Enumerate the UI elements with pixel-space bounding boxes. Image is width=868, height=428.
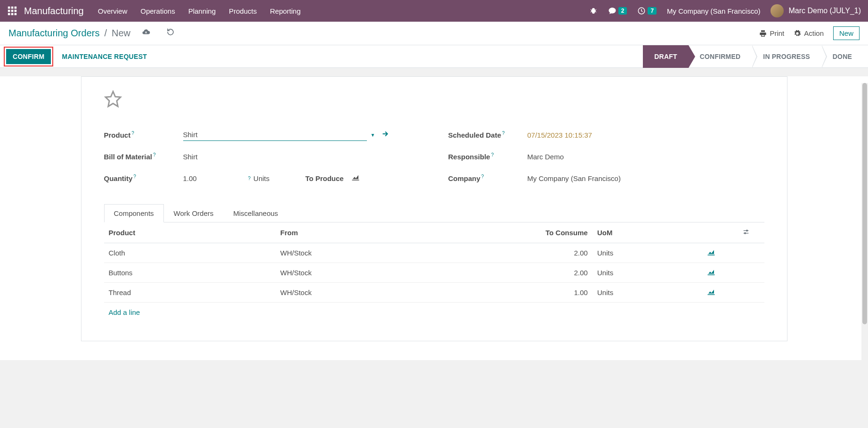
status-bar: CONFIRM MAINTENANCE REQUEST DRAFT CONFIR… (0, 45, 868, 68)
cell-from[interactable]: WH/Stock (276, 263, 513, 283)
scheduled-date-row: Scheduled Date? 07/15/2023 10:15:37 (448, 124, 764, 146)
status-step-in-progress[interactable]: IN PROGRESS (752, 45, 821, 68)
tab-work-orders[interactable]: Work Orders (164, 204, 224, 222)
quantity-value[interactable]: 1.00 (183, 174, 244, 182)
nav-menu-reporting[interactable]: Reporting (270, 7, 300, 15)
bom-value[interactable]: Shirt (183, 153, 198, 161)
cell-product[interactable]: Buttons (104, 263, 276, 283)
help-icon[interactable]: ? (502, 131, 505, 136)
table-row[interactable]: ClothWH/Stock2.00Units (104, 243, 764, 263)
print-label: Print (770, 29, 784, 37)
help-icon[interactable]: ? (131, 131, 134, 136)
priority-star-icon[interactable] (104, 90, 122, 110)
confirm-button[interactable]: CONFIRM (6, 49, 51, 64)
action-button[interactable]: Action (794, 29, 824, 37)
messaging-icon[interactable]: 2 (608, 7, 627, 15)
cell-uom[interactable]: Units (592, 243, 685, 263)
product-row: Product? ▼ (104, 124, 420, 146)
scrollbar[interactable] (861, 83, 868, 360)
row-forecast-icon[interactable] (685, 283, 738, 303)
breadcrumb-root[interactable]: Manufacturing Orders (8, 28, 99, 39)
maintenance-request-button[interactable]: MAINTENANCE REQUEST (62, 53, 147, 60)
add-line-button[interactable]: Add a line (104, 303, 764, 322)
messaging-badge: 2 (618, 7, 627, 15)
row-forecast-icon[interactable] (685, 263, 738, 283)
dropdown-caret-icon[interactable]: ▼ (371, 132, 375, 138)
form-grid: Product? ▼ Bill of Material? Shirt (104, 124, 764, 189)
bug-icon[interactable] (589, 7, 598, 15)
company-switcher[interactable]: My Company (San Francisco) (667, 7, 760, 15)
scheduled-date-value[interactable]: 07/15/2023 10:15:37 (527, 131, 592, 139)
user-name: Marc Demo (JULY_1) (788, 7, 861, 15)
nav-menu-products[interactable]: Products (229, 7, 257, 15)
help-icon[interactable]: ? (491, 152, 494, 157)
status-steps: DRAFT CONFIRMED IN PROGRESS DONE (643, 45, 863, 67)
print-button[interactable]: Print (759, 29, 784, 37)
cell-to-consume[interactable]: 1.00 (513, 283, 592, 303)
cell-product[interactable]: Cloth (104, 243, 276, 263)
quantity-row: Quantity? 1.00 ? Units To Produce (104, 167, 420, 189)
avatar (771, 4, 784, 17)
help-icon[interactable]: ? (133, 174, 136, 179)
nav-right: 2 7 My Company (San Francisco) Marc Demo… (589, 4, 861, 17)
help-icon[interactable]: ? (481, 174, 484, 179)
cell-from[interactable]: WH/Stock (276, 243, 513, 263)
cloud-upload-icon[interactable] (142, 28, 150, 39)
brand[interactable]: Manufacturing (24, 6, 84, 16)
svg-point-12 (746, 230, 748, 231)
table-row[interactable]: ButtonsWH/Stock2.00Units (104, 263, 764, 283)
user-menu[interactable]: Marc Demo (JULY_1) (771, 4, 861, 17)
responsible-value[interactable]: Marc Demo (527, 153, 564, 161)
tab-components[interactable]: Components (104, 204, 164, 222)
form-sheet: Product? ▼ Bill of Material? Shirt (81, 76, 787, 341)
breadcrumb-separator: / (104, 28, 107, 39)
quantity-unit[interactable]: Units (253, 174, 269, 182)
th-uom[interactable]: UoM (592, 222, 685, 243)
activity-icon[interactable]: 7 (637, 7, 657, 15)
th-to-consume[interactable]: To Consume (513, 222, 592, 243)
svg-rect-3 (8, 10, 10, 12)
status-step-done[interactable]: DONE (821, 45, 863, 68)
cell-to-consume[interactable]: 2.00 (513, 243, 592, 263)
external-link-icon[interactable] (381, 130, 389, 140)
control-right: Print Action New (759, 26, 860, 40)
svg-rect-1 (11, 7, 14, 9)
bom-label: Bill of Material? (104, 152, 183, 161)
help-icon[interactable]: ? (248, 176, 251, 181)
forecast-chart-icon[interactable] (351, 174, 360, 182)
help-icon[interactable]: ? (153, 152, 156, 157)
svg-rect-8 (15, 13, 17, 16)
nav-menu-planning[interactable]: Planning (188, 7, 216, 15)
product-input[interactable] (183, 129, 367, 141)
th-chart (685, 222, 738, 243)
cell-uom[interactable]: Units (592, 283, 685, 303)
status-step-draft[interactable]: DRAFT (643, 45, 688, 68)
nav-menu-operations[interactable]: Operations (140, 7, 175, 15)
th-product[interactable]: Product (104, 222, 276, 243)
form-right: Scheduled Date? 07/15/2023 10:15:37 Resp… (448, 124, 764, 189)
tab-miscellaneous[interactable]: Miscellaneous (223, 204, 288, 222)
cell-from[interactable]: WH/Stock (276, 283, 513, 303)
nav-menu-overview[interactable]: Overview (98, 7, 128, 15)
new-button[interactable]: New (833, 26, 860, 40)
row-forecast-icon[interactable] (685, 243, 738, 263)
apps-icon[interactable] (7, 6, 17, 16)
cell-product[interactable]: Thread (104, 283, 276, 303)
svg-rect-7 (11, 13, 14, 16)
bom-row: Bill of Material? Shirt (104, 146, 420, 167)
th-from[interactable]: From (276, 222, 513, 243)
company-value[interactable]: My Company (San Francisco) (527, 174, 621, 182)
responsible-label: Responsible? (448, 152, 527, 161)
to-produce-label: To Produce (305, 174, 343, 182)
cell-to-consume[interactable]: 2.00 (513, 263, 592, 283)
table-row[interactable]: ThreadWH/Stock1.00Units (104, 283, 764, 303)
svg-rect-4 (11, 10, 14, 12)
navbar: Manufacturing Overview Operations Planni… (0, 0, 868, 22)
discard-icon[interactable] (166, 28, 175, 39)
th-settings[interactable] (738, 222, 764, 243)
cell-uom[interactable]: Units (592, 263, 685, 283)
breadcrumb: Manufacturing Orders / New (8, 28, 175, 39)
status-step-confirmed[interactable]: CONFIRMED (689, 45, 752, 68)
svg-rect-2 (15, 7, 17, 9)
scrollbar-thumb[interactable] (862, 83, 867, 324)
